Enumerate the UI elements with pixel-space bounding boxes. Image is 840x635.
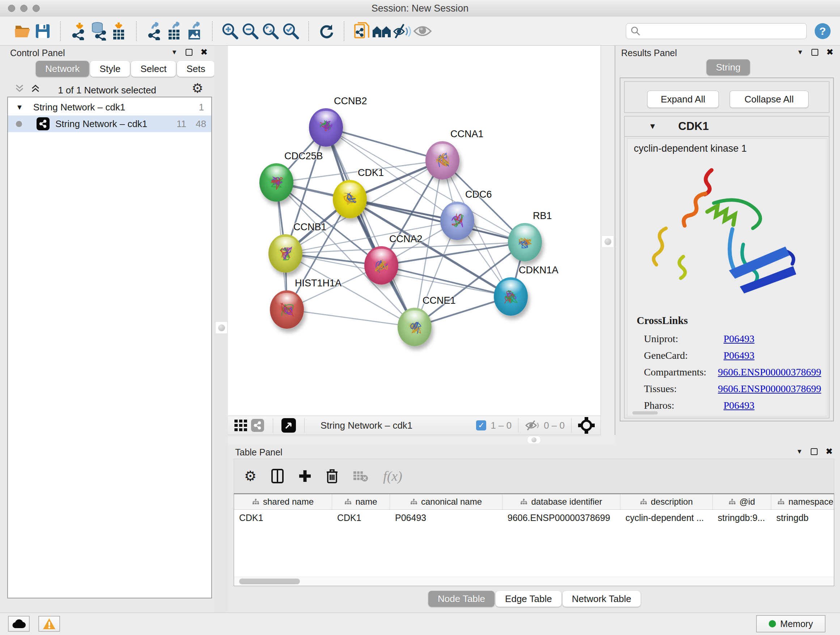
string-view-button[interactable] xyxy=(249,415,266,435)
float-panel-button[interactable]: ▼ xyxy=(171,49,178,56)
table-cell[interactable]: P06493 xyxy=(390,510,502,526)
tab-style[interactable]: Style xyxy=(90,61,130,77)
splitter-handle[interactable] xyxy=(602,235,614,248)
delete-column-trash-icon[interactable] xyxy=(326,469,338,484)
network-collection-row[interactable]: ▼ String Network – cdk1 1 xyxy=(8,99,211,116)
maximize-panel-button[interactable] xyxy=(811,448,818,455)
column-header-database-identifier[interactable]: database identifier xyxy=(502,494,621,509)
tab-network-table[interactable]: Network Table xyxy=(562,591,641,607)
eye-slash-button[interactable] xyxy=(392,21,412,41)
selected-checkbox-icon[interactable]: ✓ xyxy=(476,420,486,431)
add-column-icon[interactable] xyxy=(298,470,311,483)
collapse-triangle-icon[interactable]: ▼ xyxy=(16,103,23,111)
import-network-from-database-button[interactable] xyxy=(88,21,109,41)
tab-node-table[interactable]: Node Table xyxy=(428,591,494,607)
navigator-crosshair-icon[interactable] xyxy=(578,417,595,434)
scrollbar-thumb[interactable] xyxy=(239,578,300,584)
zoom-fit-button[interactable] xyxy=(261,21,281,41)
gene-section-header[interactable]: ▼ CDK1 xyxy=(625,117,829,137)
tab-string[interactable]: String xyxy=(706,59,750,75)
expand-all-button[interactable]: Expand All xyxy=(647,90,719,108)
table-row[interactable]: CDK1CDK1P064939606.ENSP00000378699cyclin… xyxy=(234,510,834,526)
network-node[interactable] xyxy=(440,202,474,240)
save-session-button[interactable] xyxy=(33,21,53,41)
tab-network[interactable]: Network xyxy=(36,61,89,77)
collapse-triangle-icon[interactable]: ▼ xyxy=(649,122,657,131)
network-canvas[interactable]: CCNB2CCNA1CDC25BCDK1CDC6RB1CCNB1CCNA2HIS… xyxy=(228,46,600,416)
open-session-button[interactable] xyxy=(12,21,33,41)
network-node[interactable] xyxy=(494,277,528,316)
network-node[interactable] xyxy=(270,290,304,329)
column-header-namespace[interactable]: namespace xyxy=(771,494,834,509)
results-scrollbar-thumb[interactable] xyxy=(632,411,658,415)
maximize-panel-button[interactable] xyxy=(186,49,193,56)
column-header--id[interactable]: @id xyxy=(713,494,771,509)
table-options-gear-icon[interactable]: ⚙ xyxy=(244,469,256,483)
network-node[interactable] xyxy=(425,141,459,180)
grid-view-button[interactable] xyxy=(233,415,249,435)
network-edges[interactable] xyxy=(228,46,600,416)
network-row[interactable]: String Network – cdk1 11 48 xyxy=(8,116,211,132)
tab-edge-table[interactable]: Edge Table xyxy=(496,591,561,607)
crosslink-value-link[interactable]: P06493 xyxy=(723,400,755,411)
close-panel-button[interactable]: ✖ xyxy=(201,48,208,57)
warnings-button[interactable] xyxy=(38,616,60,632)
zoom-out-button[interactable] xyxy=(240,21,261,41)
close-panel-button[interactable]: ✖ xyxy=(826,48,834,57)
memory-button[interactable]: Memory xyxy=(756,615,826,632)
float-panel-button[interactable]: ▼ xyxy=(797,49,804,56)
float-panel-button[interactable]: ▼ xyxy=(796,448,803,455)
table-cell[interactable]: 9606.ENSP00000378699 xyxy=(502,510,621,526)
column-header-name[interactable]: name xyxy=(332,494,390,509)
import-table-button[interactable] xyxy=(109,21,129,41)
crosslink-value-link[interactable]: 9606.ENSP00000378699 xyxy=(718,383,821,394)
table-cell[interactable]: stringdb xyxy=(771,510,834,526)
close-panel-button[interactable]: ✖ xyxy=(826,447,833,456)
column-header-canonical-name[interactable]: canonical name xyxy=(390,494,502,509)
column-header-description[interactable]: description xyxy=(621,494,713,509)
clear-table-icon[interactable] xyxy=(353,470,369,482)
export-image-button[interactable] xyxy=(185,21,205,41)
zoom-selected-button[interactable] xyxy=(281,21,301,41)
tab-sets[interactable]: Sets xyxy=(177,61,215,77)
import-network-button[interactable] xyxy=(68,21,88,41)
help-button[interactable]: ? xyxy=(815,23,831,39)
network-node[interactable] xyxy=(333,180,367,218)
zoom-in-button[interactable] xyxy=(220,21,240,41)
birdseye-view-button[interactable] xyxy=(279,415,298,435)
collapse-all-button[interactable]: Collapse All xyxy=(729,90,808,108)
table-cell[interactable]: CDK1 xyxy=(332,510,390,526)
tab-select[interactable]: Select xyxy=(131,61,176,77)
table-cell[interactable]: cyclin-dependent ... xyxy=(621,510,713,526)
document-share-button[interactable] xyxy=(352,21,372,41)
crosslink-value-link[interactable]: P06493 xyxy=(723,333,755,345)
export-network-button[interactable] xyxy=(144,21,164,41)
column-header-shared-name[interactable]: shared name xyxy=(234,494,332,509)
show-columns-icon[interactable] xyxy=(271,469,284,484)
network-node[interactable] xyxy=(398,308,431,346)
network-node[interactable] xyxy=(364,246,398,285)
network-node[interactable] xyxy=(259,163,294,202)
crosslink-value-link[interactable]: P06493 xyxy=(723,350,755,361)
network-options-gear-icon[interactable]: ⚙ xyxy=(192,82,203,95)
export-table-button[interactable] xyxy=(164,21,185,41)
right-splitter[interactable] xyxy=(600,46,615,444)
splitter-handle[interactable] xyxy=(527,436,541,444)
left-splitter[interactable] xyxy=(214,46,228,613)
network-node[interactable] xyxy=(508,223,542,261)
crosslink-value-link[interactable]: 9606.ENSP00000378699 xyxy=(718,366,821,378)
search-input[interactable] xyxy=(641,26,806,36)
double-house-button[interactable] xyxy=(372,21,392,41)
table-cell[interactable]: CDK1 xyxy=(234,510,332,526)
cloud-status-button[interactable] xyxy=(8,616,30,632)
table-horizontal-scrollbar[interactable] xyxy=(234,577,834,586)
eye-button[interactable] xyxy=(412,21,433,41)
splitter-handle[interactable] xyxy=(215,321,227,334)
hidden-eye-icon[interactable] xyxy=(525,420,539,431)
maximize-panel-button[interactable] xyxy=(812,49,818,56)
refresh-layout-button[interactable] xyxy=(316,21,336,41)
network-node[interactable] xyxy=(268,234,302,272)
table-cell[interactable]: stringdb:9... xyxy=(713,510,771,526)
function-builder-icon[interactable]: f(x) xyxy=(383,468,402,484)
network-node[interactable] xyxy=(309,108,343,147)
